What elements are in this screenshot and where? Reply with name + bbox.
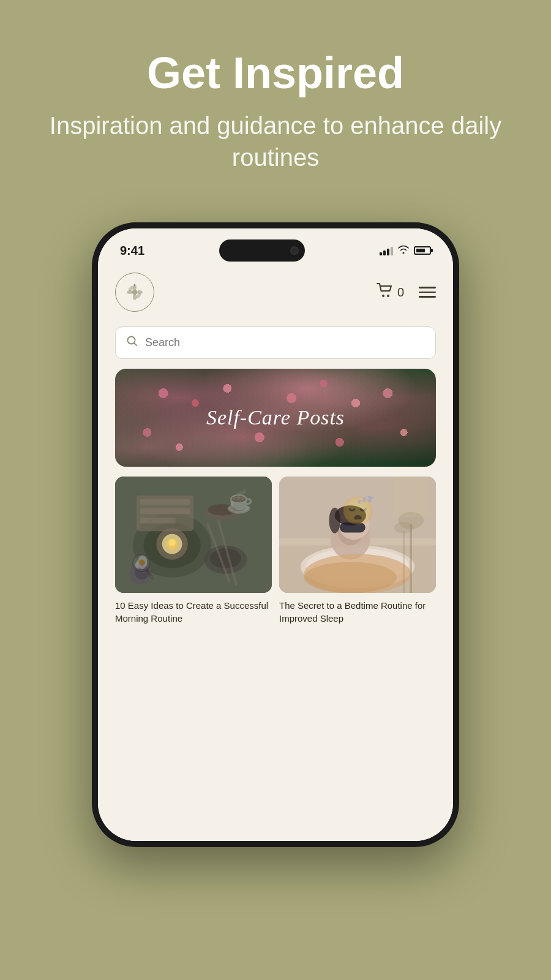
menu-button[interactable] bbox=[419, 287, 436, 298]
cart-icon bbox=[377, 283, 394, 302]
logo-flower-icon bbox=[125, 282, 144, 302]
status-icons bbox=[380, 245, 431, 256]
banner-background: Self-Care Posts bbox=[115, 369, 436, 467]
svg-rect-47 bbox=[393, 477, 429, 517]
svg-rect-23 bbox=[140, 518, 176, 523]
post-image-1 bbox=[115, 477, 272, 593]
hero-title: Get Inspired bbox=[147, 49, 404, 97]
hero-section: Get Inspired Inspiration and guidance to… bbox=[0, 0, 551, 198]
post-title-1: 10 Easy Ideas to Create a Successful Mor… bbox=[115, 599, 272, 625]
svg-point-19 bbox=[210, 548, 241, 568]
food-image bbox=[115, 477, 272, 593]
svg-point-9 bbox=[387, 295, 389, 297]
svg-point-17 bbox=[168, 539, 176, 546]
svg-point-37 bbox=[339, 508, 370, 540]
wifi-icon bbox=[398, 245, 409, 256]
post-image-2 bbox=[279, 477, 436, 593]
svg-point-25 bbox=[208, 504, 236, 516]
svg-point-27 bbox=[135, 565, 149, 579]
banner-title: Self-Care Posts bbox=[206, 406, 345, 429]
svg-point-8 bbox=[382, 295, 384, 297]
battery-icon bbox=[414, 246, 431, 255]
search-container bbox=[98, 322, 453, 369]
notch bbox=[219, 239, 305, 262]
svg-point-26 bbox=[129, 564, 151, 585]
phone-screen: 9:41 bbox=[98, 228, 453, 841]
search-icon bbox=[127, 336, 138, 350]
phone-mockup: 9:41 bbox=[92, 222, 459, 847]
self-care-banner[interactable]: Self-Care Posts bbox=[115, 369, 436, 467]
post-card-1[interactable]: 10 Easy Ideas to Create a Successful Mor… bbox=[115, 477, 272, 841]
logo[interactable] bbox=[115, 273, 154, 312]
sleep-image bbox=[279, 477, 436, 593]
post-card-2[interactable]: The Secret to a Bedtime Routine for Impr… bbox=[279, 477, 436, 841]
status-time: 9:41 bbox=[120, 244, 144, 258]
search-input[interactable] bbox=[145, 336, 424, 349]
search-bar[interactable] bbox=[115, 326, 436, 359]
signal-icon bbox=[380, 246, 393, 255]
cart-button[interactable]: 0 bbox=[377, 283, 404, 302]
svg-point-0 bbox=[132, 290, 137, 295]
app-content: 0 bbox=[98, 263, 453, 841]
svg-rect-21 bbox=[140, 499, 190, 505]
svg-rect-40 bbox=[340, 522, 365, 532]
app-header: 0 bbox=[98, 263, 453, 322]
posts-grid: 10 Easy Ideas to Create a Successful Mor… bbox=[98, 477, 453, 841]
cart-count: 0 bbox=[397, 285, 404, 300]
svg-rect-22 bbox=[140, 508, 190, 514]
svg-point-46 bbox=[394, 522, 414, 533]
post-title-2: The Secret to a Bedtime Routine for Impr… bbox=[279, 599, 436, 625]
hero-subtitle: Inspiration and guidance to enhance dail… bbox=[37, 110, 514, 173]
svg-point-42 bbox=[304, 562, 397, 593]
camera-icon bbox=[290, 246, 299, 255]
status-bar: 9:41 bbox=[98, 228, 453, 263]
svg-point-39 bbox=[329, 508, 340, 533]
header-right: 0 bbox=[377, 283, 436, 302]
